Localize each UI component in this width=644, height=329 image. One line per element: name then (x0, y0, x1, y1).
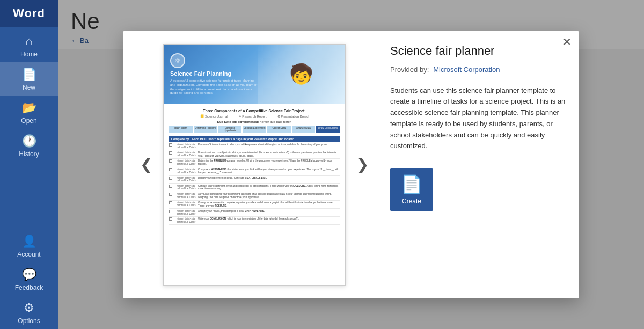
sidebar-bottom: 👤 Account 💬 Feedback ⚙ Options (0, 229, 58, 329)
table-row: <insert date> sits before Due Date> Cond… (169, 184, 340, 192)
table-row: <insert date> sits before Due Date> Dete… (169, 159, 340, 167)
provider-link[interactable]: Microsoft Corporation (433, 65, 500, 74)
component-report: ✏ Research Report (239, 114, 267, 118)
timeline-step-active: Draw Conclusions (316, 126, 340, 133)
timeline-step: Compose Hypothesis (218, 126, 241, 133)
sidebar-item-history[interactable]: 🕐 History (0, 129, 58, 162)
feedback-icon: 💬 (22, 268, 36, 282)
prev-button[interactable]: ❮ (136, 151, 157, 178)
table-row: <insert date> sits before Due Date> As y… (169, 192, 340, 201)
app-logo: Word (0, 0, 58, 27)
timeline-step: Conduct Experiment (243, 126, 266, 133)
sidebar-item-home[interactable]: ⌂ Home (0, 29, 58, 62)
table-row: <insert date> sits before Due Date> Prep… (169, 143, 340, 151)
provider-label: Provided by: (390, 65, 429, 74)
preview-header-image: 🧒 (258, 45, 345, 104)
preview-header-left: ⚛ Science Fair Planning A successful com… (164, 47, 264, 101)
component-journal: 📒 Science Journal (200, 114, 228, 118)
preview-due-date: Due Date (all components): <enter due da… (169, 120, 340, 123)
new-icon: 📄 (22, 68, 36, 82)
modal-overlay: ✕ ❮ ⚛ Science Fair Planning A successful… (58, 0, 644, 329)
table-row: <insert date> sits before Due Date> Once… (169, 201, 340, 209)
preview-table-header: Complete by Each BOLD word represents a … (169, 136, 340, 142)
checkbox (169, 210, 172, 213)
sidebar-item-label: History (19, 150, 39, 158)
sidebar-item-open[interactable]: 📂 Open (0, 96, 58, 129)
template-info-panel: Science fair planner Provided by: Micros… (390, 44, 566, 286)
template-preview-area: ❮ ⚛ Science Fair Planning A successful c… (136, 44, 373, 286)
checkbox (169, 217, 172, 221)
timeline-step: Brain-storm (169, 126, 193, 133)
sidebar-item-feedback[interactable]: 💬 Feedback (0, 262, 58, 296)
template-modal: ✕ ❮ ⚛ Science Fair Planning A successful… (123, 31, 579, 298)
checkbox (169, 168, 172, 171)
checkbox (169, 151, 172, 155)
preview-header: ⚛ Science Fair Planning A successful com… (164, 45, 345, 104)
next-button[interactable]: ❯ (352, 151, 373, 178)
checkbox (169, 193, 172, 196)
table-row: <insert date> sits before Due Date> Desi… (169, 176, 340, 184)
component-board: ⚙ Presentation Board (277, 114, 309, 118)
table-row: <insert date> sits before Due Date> Comp… (169, 167, 340, 176)
checkbox (169, 143, 172, 147)
provider-row: Provided by: Microsoft Corporation (390, 65, 566, 74)
sidebar-item-label: Open (21, 117, 36, 125)
timeline-step: Determine Problem (194, 126, 217, 133)
home-icon: ⌂ (25, 34, 32, 48)
main-area: Ne ← Ba ✕ ❮ ⚛ Science Fair Planning (58, 0, 644, 329)
preview-components-row: 📒 Science Journal ✏ Research Report ⚙ Pr… (169, 114, 340, 118)
preview-timeline: Brain-storm Determine Problem Compose Hy… (169, 126, 340, 133)
account-icon: 👤 (22, 235, 36, 248)
create-button-area: 📄 Create (390, 168, 566, 211)
create-icon: 📄 (401, 174, 422, 194)
history-icon: 🕐 (22, 134, 36, 148)
preview-content: Three Components of a Competitive Scienc… (164, 104, 345, 228)
sidebar-item-label: New (23, 84, 35, 91)
sidebar-item-label: Home (20, 50, 38, 58)
close-button[interactable]: ✕ (562, 36, 572, 47)
checkbox (169, 177, 172, 180)
preview-logo: ⚛ (170, 53, 185, 68)
table-row: <insert date> sits before Due Date> Writ… (169, 217, 340, 225)
open-icon: 📂 (22, 101, 36, 115)
table-row: <insert date> sits before Due Date> Brai… (169, 150, 340, 159)
template-description: Students can use this science fair plann… (390, 85, 566, 152)
timeline-step: Analyze Data (292, 126, 316, 133)
preview-section-title: Three Components of a Competitive Scienc… (169, 109, 340, 113)
sidebar-item-new[interactable]: 📄 New (0, 62, 58, 96)
checkbox (169, 159, 172, 163)
create-button[interactable]: 📄 Create (390, 168, 433, 211)
options-icon: ⚙ (24, 301, 34, 315)
sidebar-item-label: Options (18, 317, 40, 325)
checkbox (169, 185, 172, 188)
sidebar: Word ⌂ Home 📄 New 📂 Open 🕐 History 👤 Acc… (0, 0, 58, 329)
sidebar-item-account[interactable]: 👤 Account (0, 229, 58, 262)
sidebar-item-label: Account (17, 251, 40, 258)
template-name: Science fair planner (390, 44, 566, 58)
create-label: Create (402, 198, 421, 205)
modal-body: ❮ ⚛ Science Fair Planning A successful c… (123, 31, 579, 298)
preview-subtitle: A successful competitive science fair pr… (170, 79, 258, 96)
table-row: <insert date> sits before Due Date> Anal… (169, 209, 340, 217)
template-preview: ⚛ Science Fair Planning A successful com… (163, 44, 346, 286)
timeline-step: Collect Data (267, 126, 291, 133)
checkbox (169, 201, 172, 204)
sidebar-item-options[interactable]: ⚙ Options (0, 296, 58, 329)
sidebar-item-label: Feedback (15, 284, 43, 291)
preview-title: Science Fair Planning (170, 70, 258, 77)
